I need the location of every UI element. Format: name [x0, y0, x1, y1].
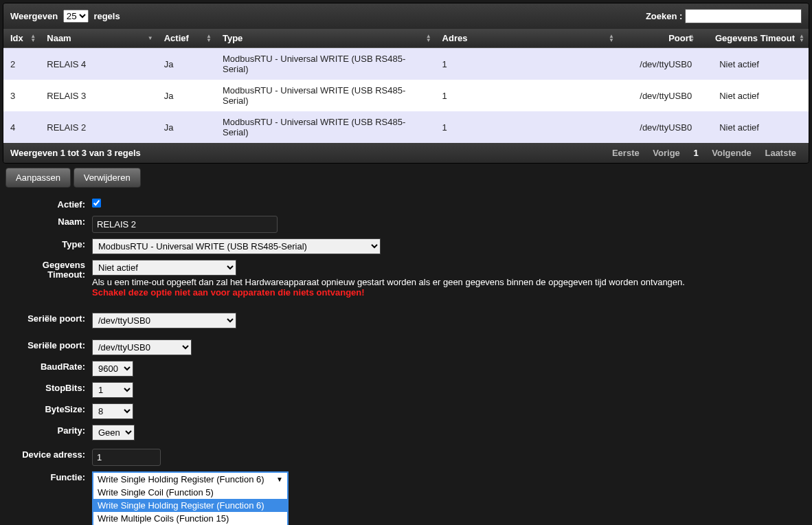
baud-label: BaudRate: — [3, 359, 92, 374]
devadr-label: Device adress: — [3, 447, 92, 462]
delete-button[interactable]: Verwijderen — [74, 168, 141, 188]
col-naam[interactable]: Naam▼ — [40, 29, 157, 48]
col-timeout[interactable]: Gegevens Timeout▲▼ — [699, 29, 809, 48]
pagination: Eerste Vorige 1 Volgende Laatste — [607, 148, 802, 158]
data-table-container: Weergeven 25 regels Zoeken : Idx▲▼ Naam▼… — [3, 3, 809, 164]
functie-option[interactable]: Write Single Coil (Function 5) — [93, 486, 287, 499]
timeout-select[interactable]: Niet actief — [92, 260, 236, 276]
table-row[interactable]: 2RELAIS 4JaModbusRTU - Universal WRITE (… — [3, 48, 809, 80]
cell-adres: 1 — [436, 111, 618, 143]
cell-adres: 1 — [436, 80, 618, 111]
show-suffix: regels — [93, 11, 120, 21]
rows-per-page-select[interactable]: 25 — [63, 10, 89, 23]
pager-next[interactable]: Volgende — [708, 146, 756, 159]
sort-icon: ▲▼ — [799, 34, 804, 43]
naam-label: Naam: — [3, 214, 92, 229]
sort-icon: ▼ — [148, 36, 153, 41]
table-summary: Weergeven 1 tot 3 van 3 regels — [10, 148, 141, 158]
devices-table: Idx▲▼ Naam▼ Actief▲▼ Type▲▼ Adres▲▼ Poor… — [3, 29, 809, 143]
cell-actief: Ja — [157, 80, 216, 111]
serial-label: Seriële poort: — [3, 311, 92, 326]
cell-poort: /dev/ttyUSB0 — [618, 48, 699, 80]
timeout-hint: Als u een time-out opgeeft dan zal het H… — [92, 277, 809, 287]
pager-prev[interactable]: Vorige — [649, 146, 684, 159]
devadr-input[interactable] — [92, 449, 161, 466]
col-type[interactable]: Type▲▼ — [216, 29, 436, 48]
table-row[interactable]: 4RELAIS 2JaModbusRTU - Universal WRITE (… — [3, 111, 809, 143]
serial-select[interactable]: /dev/ttyUSB0 — [92, 313, 236, 328]
type-label: Type: — [3, 237, 92, 252]
pager-last[interactable]: Laatste — [760, 146, 800, 159]
device-form: Actief: Naam: Type: ModbusRTU - Universa… — [3, 197, 809, 525]
type-select[interactable]: ModbusRTU - Universal WRITE (USB RS485-S… — [92, 238, 381, 254]
cell-type: ModbusRTU - Universal WRITE (USB RS485-S… — [216, 80, 436, 111]
sort-icon: ▲▼ — [426, 34, 431, 43]
baud-select[interactable]: 9600 — [92, 361, 133, 377]
stop-label: StopBits: — [3, 381, 92, 395]
sort-icon: ▲▼ — [609, 34, 614, 43]
sort-icon: ▲▼ — [689, 34, 695, 43]
search-input[interactable] — [685, 9, 802, 23]
timeout-label: Gegevens Timeout: — [3, 258, 92, 282]
table-row[interactable]: 3RELAIS 3JaModbusRTU - Universal WRITE (… — [3, 80, 809, 111]
cell-naam: RELAIS 4 — [40, 48, 157, 80]
actief-checkbox[interactable] — [92, 199, 101, 208]
sort-icon: ▲▼ — [206, 34, 212, 43]
functie-option[interactable]: Write Single Holding Register (Function … — [93, 499, 287, 512]
cell-poort: /dev/ttyUSB0 — [618, 111, 699, 143]
timeout-warning: Schakel deze optie niet aan voor apparat… — [92, 287, 809, 298]
search-label: Zoeken : — [646, 11, 682, 21]
cell-actief: Ja — [157, 111, 216, 143]
cell-actief: Ja — [157, 48, 216, 80]
cell-idx: 4 — [3, 111, 40, 143]
cell-idx: 3 — [3, 80, 40, 111]
col-actief[interactable]: Actief▲▼ — [157, 29, 216, 48]
serial2-label: Seriële poort: — [3, 338, 92, 353]
table-toolbar: Weergeven 25 regels Zoeken : — [3, 3, 809, 29]
functie-select-open[interactable]: Write Single Holding Register (Function … — [92, 471, 289, 525]
cell-timeout: Niet actief — [699, 111, 809, 143]
functie-label: Functie: — [3, 470, 92, 484]
col-poort[interactable]: Poort▲▼ — [618, 29, 699, 48]
cell-naam: RELAIS 2 — [40, 111, 157, 143]
bytesize-label: ByteSize: — [3, 402, 92, 416]
edit-button[interactable]: Aanpassen — [5, 168, 71, 188]
cell-idx: 2 — [3, 48, 40, 80]
parity-select[interactable]: Geen — [92, 425, 135, 440]
col-idx[interactable]: Idx▲▼ — [3, 29, 40, 48]
actief-label: Actief: — [3, 197, 92, 212]
parity-label: Parity: — [3, 423, 92, 438]
cell-timeout: Niet actief — [699, 80, 809, 111]
pager-page[interactable]: 1 — [689, 146, 702, 159]
chevron-down-icon: ▼ — [276, 476, 283, 483]
sort-icon: ▲▼ — [30, 34, 36, 43]
serial2-select[interactable]: /dev/ttyUSB0 — [92, 339, 192, 355]
cell-adres: 1 — [436, 48, 618, 80]
naam-input[interactable] — [92, 216, 278, 233]
cell-naam: RELAIS 3 — [40, 80, 157, 111]
bytesize-select[interactable]: 8 — [92, 403, 133, 419]
table-footer: Weergeven 1 tot 3 van 3 regels Eerste Vo… — [3, 143, 809, 163]
cell-poort: /dev/ttyUSB0 — [618, 80, 699, 111]
functie-option[interactable]: Write Multiple Coils (Function 15) — [93, 512, 287, 525]
col-adres[interactable]: Adres▲▼ — [436, 29, 618, 48]
stop-select[interactable]: 1 — [92, 382, 133, 398]
cell-type: ModbusRTU - Universal WRITE (USB RS485-S… — [216, 48, 436, 80]
show-prefix: Weergeven — [10, 11, 58, 21]
cell-type: ModbusRTU - Universal WRITE (USB RS485-S… — [216, 111, 436, 143]
cell-timeout: Niet actief — [699, 48, 809, 80]
functie-selected: Write Single Holding Register (Function … — [98, 474, 264, 484]
pager-first[interactable]: Eerste — [608, 146, 644, 159]
